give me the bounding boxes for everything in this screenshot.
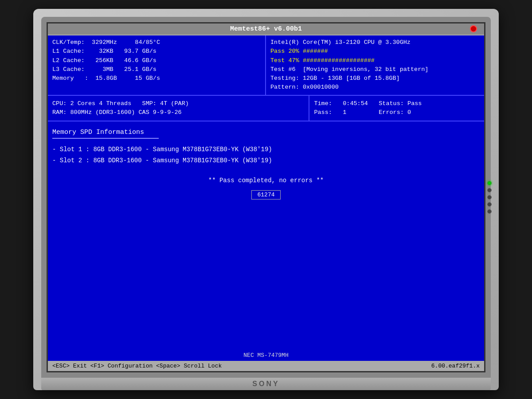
pass-message-text: ** Pass completed, no errors ** — [208, 177, 324, 184]
serial-box: 61274 — [251, 190, 280, 200]
cpu-info-line: CPU: 2 Cores 4 Threads SMP: 4T (PAR) — [52, 99, 304, 108]
footer-version: 6.00.eaf29f1.x — [431, 363, 480, 369]
monitor-brand: SONY — [252, 380, 279, 388]
top-right-info: Intel(R) Core(TM) i3-2120 CPU @ 3.30GHz … — [266, 35, 484, 95]
spd-section: Memory SPD Informations - Slot 1 : 8GB D… — [48, 121, 484, 203]
monitor-bezel: Memtest86+ v6.00b1 CLK/Temp: 3292MHz 84/… — [41, 17, 491, 378]
screen: Memtest86+ v6.00b1 CLK/Temp: 3292MHz 84/… — [47, 22, 485, 372]
up-button[interactable] — [487, 195, 492, 200]
power-led — [487, 181, 492, 185]
pass-errors-line: Pass: 1 Errors: 0 — [314, 108, 480, 117]
l2-cache-line: L2 Cache: 256KB 46.6 GB/s — [52, 56, 261, 65]
pass-pct-line: Pass 20% ####### — [270, 47, 480, 56]
ram-info-line: RAM: 800MHz (DDR3-1600) CAS 9-9-9-26 — [52, 108, 304, 117]
footer-bar: <ESC> Exit <F1> Configuration <Space> Sc… — [48, 361, 484, 371]
middle-right-info: Time: 0:45:54 Status: Pass Pass: 1 Error… — [309, 96, 484, 121]
down-button[interactable] — [487, 202, 492, 207]
l3-cache-line: L3 Cache: 3MB 25.1 GB/s — [52, 65, 261, 74]
pass-message: ** Pass completed, no errors ** — [52, 177, 480, 184]
top-left-info: CLK/Temp: 3292MHz 84/85°C L1 Cache: 32KB… — [48, 35, 266, 95]
middle-section: CPU: 2 Cores 4 Threads SMP: 4T (PAR) RAM… — [48, 96, 484, 122]
select-button[interactable] — [487, 209, 492, 214]
l1-cache-line: L1 Cache: 32KB 93.7 GB/s — [52, 47, 261, 56]
cpu-model-line: Intel(R) Core(TM) i3-2120 CPU @ 3.30GHz — [270, 38, 480, 47]
app-title: Memtest86+ v6.00b1 — [230, 25, 302, 33]
middle-left-info: CPU: 2 Cores 4 Threads SMP: 4T (PAR) RAM… — [48, 96, 309, 121]
monitor-side-buttons — [487, 181, 492, 214]
memory-line: Memory : 15.8GB 15 GB/s — [52, 74, 261, 83]
monitor: Memtest86+ v6.00b1 CLK/Temp: 3292MHz 84/… — [33, 9, 499, 390]
test-num-line: Test #6 [Moving inversions, 32 bit patte… — [270, 65, 480, 74]
test-pct-line: Test 47% #################### — [270, 56, 480, 65]
monitor-bottom: SONY — [41, 378, 491, 390]
testing-range-line: Testing: 12GB - 13GB [1GB of 15.8GB] — [270, 74, 480, 83]
serial-center: 61274 — [52, 187, 480, 200]
spd-divider — [52, 138, 159, 139]
pattern-line: Pattern: 0x00010000 — [270, 83, 480, 92]
motherboard-model: NEC MS-7479MH — [243, 352, 288, 359]
time-status-line: Time: 0:45:54 Status: Pass — [314, 99, 480, 108]
top-section: CLK/Temp: 3292MHz 84/85°C L1 Cache: 32KB… — [48, 35, 484, 96]
footer-keys: <ESC> Exit <F1> Configuration <Space> Sc… — [52, 363, 222, 369]
clk-temp-line: CLK/Temp: 3292MHz 84/85°C — [52, 38, 261, 47]
bottom-info: NEC MS-7479MH — [48, 352, 484, 359]
red-dot-icon — [470, 25, 477, 32]
spd-title: Memory SPD Informations — [52, 129, 480, 136]
menu-button[interactable] — [487, 188, 492, 192]
title-bar: Memtest86+ v6.00b1 — [48, 23, 484, 35]
slot2-line: - Slot 2 : 8GB DDR3-1600 - Samsung M378B… — [52, 155, 480, 166]
slot1-line: - Slot 1 : 8GB DDR3-1600 - Samsung M378B… — [52, 144, 480, 155]
